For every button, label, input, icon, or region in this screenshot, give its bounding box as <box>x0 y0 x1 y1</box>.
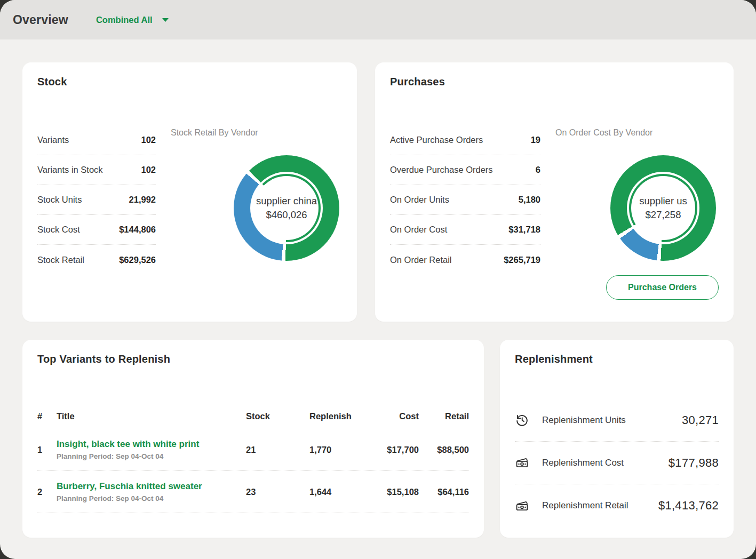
dashboard-content: Stock Variants 102 Variants in Stock 102… <box>0 39 756 559</box>
replenishment-title: Replenishment <box>515 353 719 365</box>
stat-row-stock-cost: Stock Cost $144,806 <box>37 215 156 245</box>
cash-icon <box>515 456 529 470</box>
replenishment-retail-row: Replenishment Retail $1,413,762 <box>515 484 719 527</box>
donut-center-label: supplier us $27,258 <box>632 177 695 239</box>
stat-row-on-order-retail: On Order Retail $265,719 <box>390 245 540 275</box>
replenishment-card: Replenishment Replenishment Units 30,271 <box>500 340 734 538</box>
filter-label: Combined All <box>96 15 153 25</box>
purchases-stats: Active Purchase Orders 19 Overdue Purcha… <box>390 125 540 300</box>
table-row: 1 Insight, black tee with white print Pl… <box>37 429 469 471</box>
page-title: Overview <box>13 13 68 27</box>
chevron-down-icon <box>162 18 169 22</box>
stock-stats: Variants 102 Variants in Stock 102 Stock… <box>37 125 156 275</box>
stat-row-stock-units: Stock Units 21,992 <box>37 185 156 215</box>
table-row: 2 Burberry, Fuschia knitted sweater Plan… <box>37 471 469 513</box>
donut-center-label: supplier china $460,026 <box>255 177 318 239</box>
variant-link[interactable]: Insight, black tee with white print <box>57 439 199 450</box>
replenishment-list: Replenishment Units 30,271 Re <box>515 399 719 527</box>
planning-period: Planning Period: Sep 04-Oct 04 <box>57 452 246 460</box>
stat-row-on-order-cost: On Order Cost $31,718 <box>390 215 540 245</box>
stat-row-active-po: Active Purchase Orders 19 <box>390 125 540 155</box>
replenishment-units-row: Replenishment Units 30,271 <box>515 399 719 442</box>
cash-icon <box>515 499 529 513</box>
purchases-card-title: Purchases <box>390 76 719 88</box>
stat-row-stock-retail: Stock Retail $629,526 <box>37 245 156 275</box>
stat-row-on-order-units: On Order Units 5,180 <box>390 185 540 215</box>
stock-card-title: Stock <box>37 76 342 88</box>
top-variants-card: Top Variants to Replenish # Title Stock … <box>22 340 484 538</box>
table-header-row: # Title Stock Replenish Cost Retail <box>37 411 469 429</box>
variant-link[interactable]: Burberry, Fuschia knitted sweater <box>57 481 202 492</box>
purchases-chart-title: On Order Cost By Vendor <box>555 125 652 138</box>
stat-row-variants: Variants 102 <box>37 125 156 155</box>
planning-period: Planning Period: Sep 04-Oct 04 <box>57 494 246 502</box>
overview-page: Overview Combined All Stock Variants 102 <box>0 0 756 559</box>
stock-card: Stock Variants 102 Variants in Stock 102… <box>22 62 357 322</box>
on-order-cost-donut-chart[interactable]: supplier us $27,258 <box>610 155 716 261</box>
stock-retail-donut-chart[interactable]: supplier china $460,026 <box>234 155 339 261</box>
top-variants-table: # Title Stock Replenish Cost Retail 1 In… <box>37 411 469 513</box>
stat-row-overdue-po: Overdue Purchase Orders 6 <box>390 155 540 185</box>
stat-row-variants-in-stock: Variants in Stock 102 <box>37 155 156 185</box>
stock-chart-title: Stock Retail By Vendor <box>171 125 258 138</box>
combined-all-dropdown[interactable]: Combined All <box>96 15 169 25</box>
top-bar: Overview Combined All <box>0 0 756 39</box>
purchases-card: Purchases Active Purchase Orders 19 Over… <box>375 62 734 322</box>
purchase-orders-button[interactable]: Purchase Orders <box>606 275 719 300</box>
top-variants-title: Top Variants to Replenish <box>37 353 469 365</box>
history-icon <box>515 413 529 427</box>
replenishment-cost-row: Replenishment Cost $177,988 <box>515 442 719 484</box>
